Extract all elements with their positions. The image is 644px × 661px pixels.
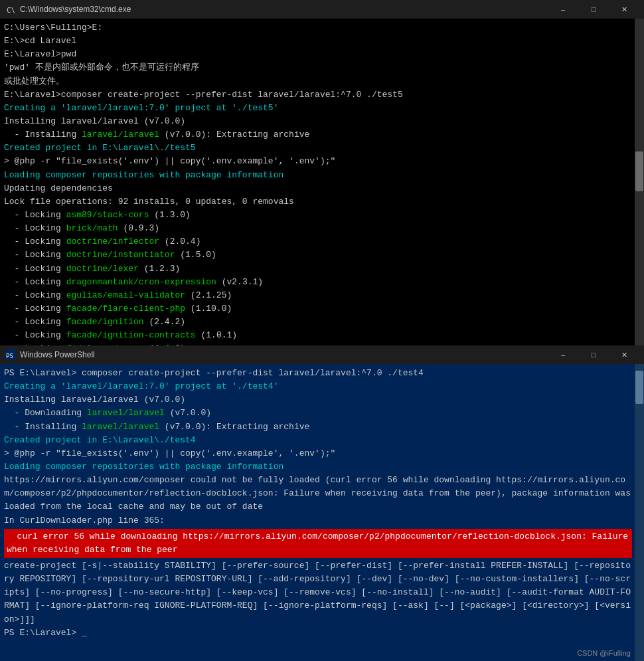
ps-console-content: PS E:\Laravel> composer create-project -… bbox=[0, 364, 644, 642]
table-row: Creating a 'laravel/laravel:7.0' project… bbox=[4, 102, 632, 115]
cmd-minimize-button[interactable]: – bbox=[548, 0, 578, 19]
table-row: E:\Laravel>composer create-project --pre… bbox=[4, 88, 632, 102]
table-row: > @php -r "file_exists('.env') || copy('… bbox=[4, 155, 632, 168]
table-row: E:\>cd Laravel bbox=[4, 35, 632, 48]
table-row: 'pwd' 不是内部或外部命令，也不是可运行的程序 bbox=[4, 61, 632, 74]
ps-icon: PS bbox=[5, 349, 16, 360]
table-row: - Locking facade/ignition-contracts (1.0… bbox=[4, 329, 632, 342]
cmd-console-content: C:\Users\Fulling>E:E:\>cd LaravelE:\Lara… bbox=[0, 19, 644, 345]
table-row: https://mirrors.aliyun.com/composer coul… bbox=[4, 474, 632, 514]
table-row: - Locking brick/math (0.9.3) bbox=[4, 222, 632, 235]
table-row: PS E:\Laravel> _ bbox=[4, 626, 632, 640]
ps-console-area: PS E:\Laravel> composer create-project -… bbox=[0, 364, 644, 661]
ps-title: Windows PowerShell bbox=[20, 350, 548, 359]
table-row: 或批处理文件。 bbox=[4, 75, 632, 88]
ps-window: PS Windows PowerShell – □ ✕ PS E:\Larave… bbox=[0, 345, 644, 661]
table-row: - Locking dragonmantank/cron-expression … bbox=[4, 276, 632, 289]
ps-scrollbar[interactable] bbox=[635, 364, 644, 661]
table-row: - Installing laravel/laravel (v7.0.0): E… bbox=[4, 128, 632, 142]
table-row: In CurlDownloader.php line 365: bbox=[4, 514, 632, 527]
table-row: Loading composer repositories with packa… bbox=[4, 460, 632, 474]
table-row: - Installing laravel/laravel (v7.0.0): E… bbox=[4, 421, 632, 434]
cmd-icon: C\ bbox=[5, 4, 16, 15]
table-row: Updating dependencies bbox=[4, 182, 632, 195]
watermark: CSDN @iFulIing bbox=[577, 649, 631, 657]
table-row: Installing laravel/laravel (v7.0.0) bbox=[4, 115, 632, 128]
table-row: Loading composer repositories with packa… bbox=[4, 169, 632, 182]
table-row: Lock file operations: 92 installs, 0 upd… bbox=[4, 195, 632, 209]
table-row: - Locking facade/flare-client-php (1.10.… bbox=[4, 302, 632, 316]
cmd-scrollbar[interactable] bbox=[635, 19, 644, 345]
table-row: > @php -r "file_exists('.env') || copy('… bbox=[4, 447, 632, 460]
ps-maximize-button[interactable]: □ bbox=[579, 345, 608, 364]
cmd-console-area: C:\Users\Fulling>E:E:\>cd LaravelE:\Lara… bbox=[0, 19, 644, 345]
cmd-close-button[interactable]: ✕ bbox=[609, 0, 639, 19]
cmd-maximize-button[interactable]: □ bbox=[579, 0, 608, 19]
table-row: - Locking facade/ignition (2.4.2) bbox=[4, 316, 632, 329]
table-row: - Locking egulias/email-validator (2.1.2… bbox=[4, 289, 632, 302]
table-row: - Locking asm89/stack-cors (1.3.0) bbox=[4, 209, 632, 222]
ps-close-button[interactable]: ✕ bbox=[609, 345, 639, 364]
table-row: - Locking doctrine/inflector (2.0.4) bbox=[4, 235, 632, 248]
table-row: curl error 56 while downloading https://… bbox=[4, 529, 632, 558]
table-row: create-project [-s|--stability STABILITY… bbox=[4, 559, 632, 626]
cmd-title: C:\Windows\system32\cmd.exe bbox=[20, 5, 548, 14]
ps-scrollbar-thumb[interactable] bbox=[635, 371, 643, 404]
table-row: PS E:\Laravel> composer create-project -… bbox=[4, 367, 632, 380]
table-row: E:\Laravel>pwd bbox=[4, 48, 632, 61]
cmd-controls: – □ ✕ bbox=[548, 0, 639, 19]
svg-text:C\: C\ bbox=[7, 6, 15, 15]
table-row: Installing laravel/laravel (v7.0.0) bbox=[4, 393, 632, 407]
svg-text:PS: PS bbox=[6, 353, 13, 359]
table-row: Creating a 'laravel/laravel:7.0' project… bbox=[4, 380, 632, 393]
ps-title-bar: PS Windows PowerShell – □ ✕ bbox=[0, 345, 644, 364]
cmd-window: C\ C:\Windows\system32\cmd.exe – □ ✕ C:\… bbox=[0, 0, 644, 345]
ps-minimize-button[interactable]: – bbox=[548, 345, 578, 364]
table-row: - Downloading laravel/laravel (v7.0.0) bbox=[4, 407, 632, 420]
cmd-scrollbar-thumb[interactable] bbox=[635, 151, 643, 191]
ps-controls: – □ ✕ bbox=[548, 345, 639, 364]
table-row: - Locking doctrine/lexer (1.2.3) bbox=[4, 262, 632, 276]
table-row: - Locking doctrine/instantiator (1.5.0) bbox=[4, 248, 632, 262]
table-row: Created project in E:\Laravel\./test5 bbox=[4, 142, 632, 155]
table-row: Created project in E:\Laravel\./test4 bbox=[4, 434, 632, 447]
table-row: C:\Users\Fulling>E: bbox=[4, 21, 632, 35]
cmd-title-bar: C\ C:\Windows\system32\cmd.exe – □ ✕ bbox=[0, 0, 644, 19]
